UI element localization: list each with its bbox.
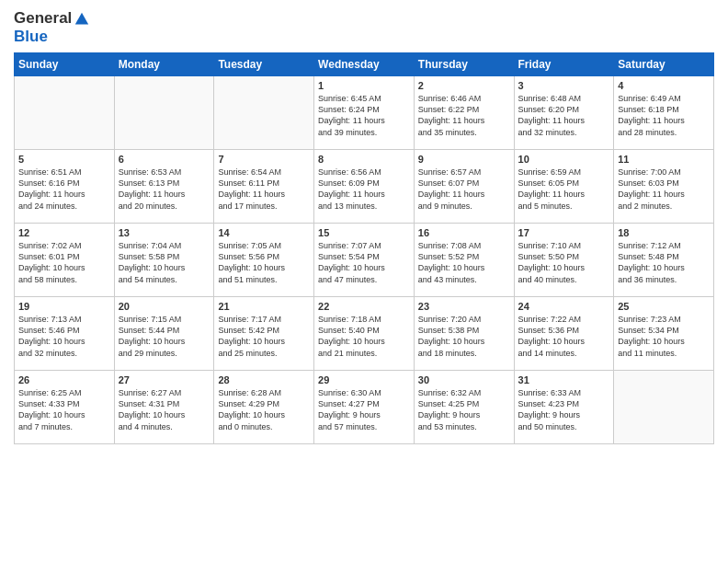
calendar-cell: 30Sunrise: 6:32 AM Sunset: 4:25 PM Dayli… xyxy=(414,371,514,444)
day-number: 3 xyxy=(518,80,610,91)
calendar-cell: 22Sunrise: 7:18 AM Sunset: 5:40 PM Dayli… xyxy=(314,297,415,371)
calendar-cell: 9Sunrise: 6:57 AM Sunset: 6:07 PM Daylig… xyxy=(414,150,514,224)
calendar-cell: 16Sunrise: 7:08 AM Sunset: 5:52 PM Dayli… xyxy=(414,224,514,297)
day-number: 10 xyxy=(518,154,610,165)
day-info: Sunrise: 7:00 AM Sunset: 6:03 PM Dayligh… xyxy=(618,167,710,212)
day-info: Sunrise: 6:53 AM Sunset: 6:13 PM Dayligh… xyxy=(119,167,210,212)
day-info: Sunrise: 6:56 AM Sunset: 6:09 PM Dayligh… xyxy=(318,167,410,212)
day-number: 31 xyxy=(518,374,610,385)
day-number: 29 xyxy=(318,374,410,385)
day-number: 7 xyxy=(218,154,310,165)
day-info: Sunrise: 6:32 AM Sunset: 4:25 PM Dayligh… xyxy=(418,387,510,432)
calendar-cell xyxy=(214,76,314,150)
day-number: 30 xyxy=(418,374,510,385)
calendar-cell: 26Sunrise: 6:25 AM Sunset: 4:33 PM Dayli… xyxy=(15,371,115,444)
day-number: 4 xyxy=(618,80,710,91)
calendar-cell: 19Sunrise: 7:13 AM Sunset: 5:46 PM Dayli… xyxy=(15,297,115,371)
day-info: Sunrise: 7:17 AM Sunset: 5:42 PM Dayligh… xyxy=(218,314,310,359)
calendar-cell: 31Sunrise: 6:33 AM Sunset: 4:23 PM Dayli… xyxy=(514,371,614,444)
calendar-cell: 20Sunrise: 7:15 AM Sunset: 5:44 PM Dayli… xyxy=(114,297,214,371)
day-number: 1 xyxy=(318,80,410,91)
day-number: 17 xyxy=(518,227,610,238)
day-info: Sunrise: 6:45 AM Sunset: 6:24 PM Dayligh… xyxy=(318,93,410,138)
day-number: 9 xyxy=(418,154,510,165)
day-info: Sunrise: 7:02 AM Sunset: 6:01 PM Dayligh… xyxy=(18,240,110,285)
calendar-cell: 28Sunrise: 6:28 AM Sunset: 4:29 PM Dayli… xyxy=(214,371,314,444)
weekday-header: Thursday xyxy=(414,53,514,76)
day-info: Sunrise: 7:20 AM Sunset: 5:38 PM Dayligh… xyxy=(418,314,510,359)
day-info: Sunrise: 7:22 AM Sunset: 5:36 PM Dayligh… xyxy=(518,314,610,359)
calendar-cell: 27Sunrise: 6:27 AM Sunset: 4:31 PM Dayli… xyxy=(114,371,214,444)
day-number: 21 xyxy=(218,301,310,312)
day-number: 15 xyxy=(318,227,410,238)
calendar-cell xyxy=(114,76,214,150)
day-info: Sunrise: 6:27 AM Sunset: 4:31 PM Dayligh… xyxy=(119,387,210,432)
calendar-cell: 25Sunrise: 7:23 AM Sunset: 5:34 PM Dayli… xyxy=(614,297,714,371)
day-number: 16 xyxy=(418,227,510,238)
day-info: Sunrise: 6:33 AM Sunset: 4:23 PM Dayligh… xyxy=(518,387,610,432)
day-info: Sunrise: 6:46 AM Sunset: 6:22 PM Dayligh… xyxy=(418,93,510,138)
calendar-cell: 1Sunrise: 6:45 AM Sunset: 6:24 PM Daylig… xyxy=(314,76,415,150)
day-info: Sunrise: 6:54 AM Sunset: 6:11 PM Dayligh… xyxy=(218,167,310,212)
day-info: Sunrise: 6:51 AM Sunset: 6:16 PM Dayligh… xyxy=(18,167,110,212)
calendar-cell: 13Sunrise: 7:04 AM Sunset: 5:58 PM Dayli… xyxy=(114,224,214,297)
day-number: 13 xyxy=(119,227,210,238)
day-number: 24 xyxy=(518,301,610,312)
day-info: Sunrise: 6:59 AM Sunset: 6:05 PM Dayligh… xyxy=(518,167,610,212)
calendar-cell: 15Sunrise: 7:07 AM Sunset: 5:54 PM Dayli… xyxy=(314,224,415,297)
day-number: 28 xyxy=(218,374,310,385)
day-info: Sunrise: 6:28 AM Sunset: 4:29 PM Dayligh… xyxy=(218,387,310,432)
page-header: General Blue xyxy=(14,9,714,45)
day-number: 5 xyxy=(18,154,110,165)
logo: General Blue xyxy=(14,9,90,45)
day-info: Sunrise: 6:25 AM Sunset: 4:33 PM Dayligh… xyxy=(18,387,110,432)
calendar-cell: 2Sunrise: 6:46 AM Sunset: 6:22 PM Daylig… xyxy=(414,76,514,150)
day-info: Sunrise: 6:30 AM Sunset: 4:27 PM Dayligh… xyxy=(318,387,410,432)
calendar-cell: 11Sunrise: 7:00 AM Sunset: 6:03 PM Dayli… xyxy=(614,150,714,224)
day-number: 8 xyxy=(318,154,410,165)
day-info: Sunrise: 7:15 AM Sunset: 5:44 PM Dayligh… xyxy=(119,314,210,359)
day-number: 26 xyxy=(18,374,110,385)
day-info: Sunrise: 6:57 AM Sunset: 6:07 PM Dayligh… xyxy=(418,167,510,212)
calendar-table: SundayMondayTuesdayWednesdayThursdayFrid… xyxy=(14,52,714,444)
calendar-cell xyxy=(15,76,115,150)
calendar-cell: 6Sunrise: 6:53 AM Sunset: 6:13 PM Daylig… xyxy=(114,150,214,224)
day-number: 23 xyxy=(418,301,510,312)
day-number: 18 xyxy=(618,227,710,238)
weekday-header: Monday xyxy=(114,53,214,76)
calendar-cell: 3Sunrise: 6:48 AM Sunset: 6:20 PM Daylig… xyxy=(514,76,614,150)
calendar-cell: 18Sunrise: 7:12 AM Sunset: 5:48 PM Dayli… xyxy=(614,224,714,297)
calendar-cell: 7Sunrise: 6:54 AM Sunset: 6:11 PM Daylig… xyxy=(214,150,314,224)
calendar-cell: 8Sunrise: 6:56 AM Sunset: 6:09 PM Daylig… xyxy=(314,150,415,224)
calendar-cell: 23Sunrise: 7:20 AM Sunset: 5:38 PM Dayli… xyxy=(414,297,514,371)
calendar-cell: 21Sunrise: 7:17 AM Sunset: 5:42 PM Dayli… xyxy=(214,297,314,371)
day-number: 27 xyxy=(119,374,210,385)
calendar-cell: 17Sunrise: 7:10 AM Sunset: 5:50 PM Dayli… xyxy=(514,224,614,297)
day-number: 2 xyxy=(418,80,510,91)
day-info: Sunrise: 7:13 AM Sunset: 5:46 PM Dayligh… xyxy=(18,314,110,359)
calendar-cell xyxy=(614,371,714,444)
day-info: Sunrise: 7:12 AM Sunset: 5:48 PM Dayligh… xyxy=(618,240,710,285)
day-info: Sunrise: 7:08 AM Sunset: 5:52 PM Dayligh… xyxy=(418,240,510,285)
calendar-cell: 4Sunrise: 6:49 AM Sunset: 6:18 PM Daylig… xyxy=(614,76,714,150)
day-info: Sunrise: 7:04 AM Sunset: 5:58 PM Dayligh… xyxy=(119,240,210,285)
calendar-cell: 29Sunrise: 6:30 AM Sunset: 4:27 PM Dayli… xyxy=(314,371,415,444)
day-number: 20 xyxy=(119,301,210,312)
calendar-cell: 10Sunrise: 6:59 AM Sunset: 6:05 PM Dayli… xyxy=(514,150,614,224)
svg-marker-0 xyxy=(75,12,88,24)
day-number: 14 xyxy=(218,227,310,238)
weekday-header: Wednesday xyxy=(314,53,415,76)
day-info: Sunrise: 7:10 AM Sunset: 5:50 PM Dayligh… xyxy=(518,240,610,285)
calendar-cell: 24Sunrise: 7:22 AM Sunset: 5:36 PM Dayli… xyxy=(514,297,614,371)
logo-blue: Blue xyxy=(14,28,90,46)
day-info: Sunrise: 7:23 AM Sunset: 5:34 PM Dayligh… xyxy=(618,314,710,359)
day-number: 11 xyxy=(618,154,710,165)
day-number: 22 xyxy=(318,301,410,312)
day-number: 6 xyxy=(119,154,210,165)
weekday-header: Friday xyxy=(514,53,614,76)
day-number: 12 xyxy=(18,227,110,238)
calendar-cell: 12Sunrise: 7:02 AM Sunset: 6:01 PM Dayli… xyxy=(15,224,115,297)
calendar-cell: 14Sunrise: 7:05 AM Sunset: 5:56 PM Dayli… xyxy=(214,224,314,297)
calendar-cell: 5Sunrise: 6:51 AM Sunset: 6:16 PM Daylig… xyxy=(15,150,115,224)
day-info: Sunrise: 6:49 AM Sunset: 6:18 PM Dayligh… xyxy=(618,93,710,138)
